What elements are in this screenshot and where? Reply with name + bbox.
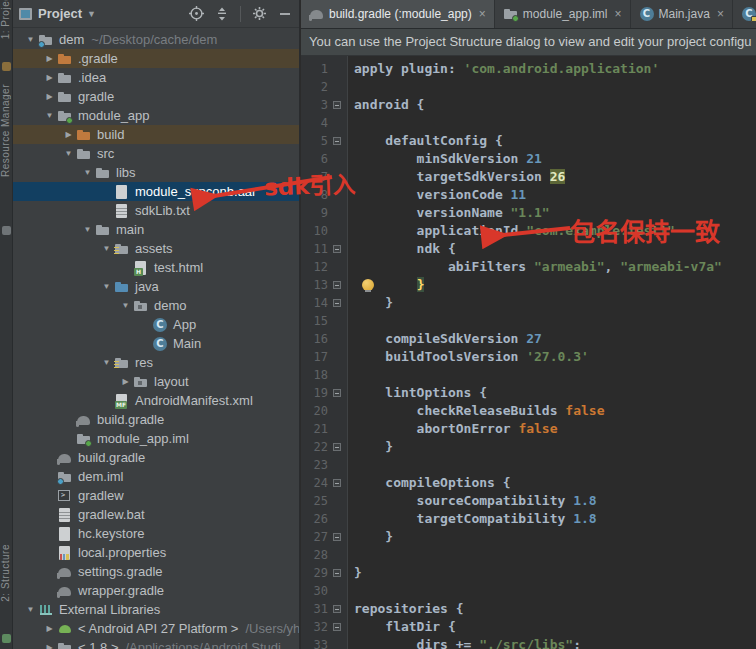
code-line-33[interactable]: dirs += "./src/libs"; [354,636,756,649]
tree-item-main[interactable]: CMain [13,334,300,353]
code-line-21[interactable]: abortOnError false [354,420,756,438]
tree-item-java[interactable]: ▼java [13,277,300,296]
tree-expand-arrow[interactable]: ▼ [23,605,38,614]
tree-item-build.gradle[interactable]: build.gradle [13,448,300,467]
tree-item-build.gradle[interactable]: build.gradle [13,410,300,429]
fold-marker-icon[interactable] [333,299,341,307]
tool-window-icon[interactable] [2,226,11,235]
tree-item-build[interactable]: ▶build [13,125,300,144]
fold-marker-icon[interactable] [333,245,341,253]
code-line-28[interactable] [354,546,756,564]
close-icon[interactable]: × [717,8,724,20]
code-line-18[interactable] [354,366,756,384]
tool-window-icon[interactable] [2,634,11,643]
tree-expand-arrow[interactable]: ▶ [42,624,57,633]
code-line-6[interactable]: minSdkVersion 21 [354,150,756,168]
fold-marker-icon[interactable] [333,389,341,397]
code-line-30[interactable] [354,582,756,600]
tree-expand-arrow[interactable]: ▼ [99,282,114,291]
tree-item-module-app.iml[interactable]: module_app.iml [13,429,300,448]
tree-item-assets[interactable]: ▼assets [13,239,300,258]
tree-item-app[interactable]: CApp [13,315,300,334]
tree-item-hc.keystore[interactable]: hc.keystore [13,524,300,543]
tree-item-gradlew.bat[interactable]: gradlew.bat [13,505,300,524]
code-line-24[interactable]: compileOptions { [354,474,756,492]
code-line-10[interactable]: applicationId "com.example.test1" [354,222,756,240]
code-line-2[interactable] [354,78,756,96]
tree-expand-arrow[interactable]: ▶ [42,54,57,63]
tab-build.gradle-module-app-[interactable]: build.gradle (:module_app)× [301,0,495,28]
tree-item-local.properties[interactable]: local.properties [13,543,300,562]
code-line-4[interactable] [354,114,756,132]
code-line-7[interactable]: targetSdkVersion 26 [354,168,756,186]
intention-bulb-icon[interactable] [362,279,374,291]
tree-item-external-libraries[interactable]: ▼External Libraries [13,600,300,619]
tree-item-.gradle[interactable]: ▶.gradle [13,49,300,68]
tree-expand-arrow[interactable]: ▶ [42,92,57,101]
code-line-32[interactable]: flatDir { [354,618,756,636]
code-line-8[interactable]: versionCode 11 [354,186,756,204]
tree-item-src[interactable]: ▼src [13,144,300,163]
code-line-27[interactable]: } [354,528,756,546]
tree-expand-arrow[interactable]: ▶ [61,130,76,139]
code-line-14[interactable]: } [354,294,756,312]
fold-marker-icon[interactable] [333,443,341,451]
code-line-16[interactable]: compileSdkVersion 27 [354,330,756,348]
tree-item-res[interactable]: ▼res [13,353,300,372]
code-line-17[interactable]: buildToolsVersion '27.0.3' [354,348,756,366]
tree-expand-arrow[interactable]: ▶ [42,73,57,82]
tree-expand-arrow[interactable]: ▼ [42,111,57,120]
code-line-31[interactable]: repositories { [354,600,756,618]
code-line-3[interactable]: android { [354,96,756,114]
settings-icon[interactable] [251,6,267,22]
code-line-12[interactable]: abiFilters "armeabi", "armeabi-v7a" [354,258,756,276]
code-line-23[interactable] [354,456,756,474]
fold-marker-icon[interactable] [333,101,341,109]
code-line-22[interactable]: } [354,438,756,456]
tree-expand-arrow[interactable]: ▼ [80,225,95,234]
toolwindow-button-2-structure[interactable]: 2: Structure [0,544,13,602]
fold-marker-icon[interactable] [333,569,341,577]
hide-panel-icon[interactable] [277,6,293,22]
tree-expand-arrow[interactable]: ▼ [99,244,114,253]
tool-window-icon[interactable] [2,62,11,71]
tree-expand-arrow[interactable]: ▶ [42,643,57,649]
tree-item-test.html[interactable]: Htest.html [13,258,300,277]
code-line-11[interactable]: ndk { [354,240,756,258]
tab-util.cl[interactable]: CUtil.cl [733,0,756,28]
tree-expand-arrow[interactable]: ▼ [80,168,95,177]
code-line-26[interactable]: targetCompatibility 1.8 [354,510,756,528]
tree-item-libs[interactable]: ▼libs [13,163,300,182]
project-view-selector[interactable]: Project [38,6,82,21]
tree-item-gradle[interactable]: ▶gradle [13,87,300,106]
tree-item-sdklib.txt[interactable]: sdkLib.txt [13,201,300,220]
tree-expand-arrow[interactable]: ▼ [61,149,76,158]
tree-item-androidmanifest.xml[interactable]: MFAndroidManifest.xml [13,391,300,410]
code-line-29[interactable]: } [354,564,756,582]
code-line-19[interactable]: lintOptions { [354,384,756,402]
tree-item-dem[interactable]: ▼dem~/Desktop/cache/dem [13,30,300,49]
tree-item-.idea[interactable]: ▶.idea [13,68,300,87]
tree-item-demo[interactable]: ▼demo [13,296,300,315]
fold-marker-icon[interactable] [333,605,341,613]
tree-item-settings.gradle[interactable]: settings.gradle [13,562,300,581]
close-icon[interactable]: × [615,8,622,20]
fold-marker-icon[interactable] [333,281,341,289]
collapse-all-icon[interactable] [214,6,230,22]
tree-expand-arrow[interactable]: ▼ [23,35,38,44]
fold-marker-icon[interactable] [333,137,341,145]
tree-item-gradlew[interactable]: >gradlew [13,486,300,505]
tree-expand-arrow[interactable]: ▼ [99,358,114,367]
code-line-25[interactable]: sourceCompatibility 1.8 [354,492,756,510]
close-icon[interactable]: × [479,8,486,20]
toolwindow-button-resource-manager[interactable]: Resource Manager [0,84,13,177]
code-area[interactable]: apply plugin: 'com.android.application'a… [348,56,756,649]
tree-item-layout[interactable]: ▶layout [13,372,300,391]
fold-marker-icon[interactable] [333,623,341,631]
code-line-1[interactable]: apply plugin: 'com.android.application' [354,60,756,78]
code-line-15[interactable] [354,312,756,330]
tab-main.java[interactable]: CMain.java× [631,0,733,28]
fold-marker-icon[interactable] [333,533,341,541]
tree-expand-arrow[interactable]: ▼ [118,301,133,310]
tree-expand-arrow[interactable]: ▶ [118,377,133,386]
